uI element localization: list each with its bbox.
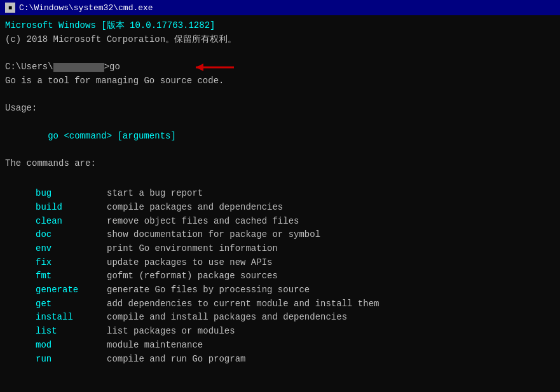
copyright-line: (c) 2018 Microsoft Corporation。保留所有权利。: [5, 33, 555, 47]
table-row: bugstart a bug report: [5, 187, 555, 201]
cmd-name: list: [5, 325, 107, 339]
cmd-name: clean: [5, 215, 107, 229]
commands-table: bugstart a bug reportbuildcompile packag…: [5, 187, 555, 366]
console-area: Microsoft Windows [版本 10.0.17763.1282] (…: [0, 15, 560, 392]
cmd-desc: show documentation for package or symbol: [107, 228, 320, 242]
cmd-name: run: [5, 353, 107, 367]
cmd-icon: ■: [5, 3, 15, 13]
cmd-desc: generate Go files by processing source: [107, 283, 310, 297]
go-description: Go is a tool for managing Go source code…: [5, 74, 555, 88]
table-row: listlist packages or modules: [5, 325, 555, 339]
table-row: getadd dependencies to current module an…: [5, 297, 555, 311]
cmd-desc: update packages to use new APIs: [107, 256, 272, 270]
table-row: modmodule maintenance: [5, 339, 555, 353]
cmd-desc: remove object files and cached files: [107, 215, 299, 229]
table-row: docshow documentation for package or sym…: [5, 228, 555, 242]
cmd-desc: list packages or modules: [107, 325, 235, 339]
cmd-name: build: [5, 201, 107, 215]
table-row: generategenerate Go files by processing …: [5, 283, 555, 297]
window-title: C:\Windows\system32\cmd.exe: [19, 3, 153, 13]
prompt-line: C:\Users\ >go: [5, 60, 555, 74]
table-row: envprint Go environment information: [5, 242, 555, 256]
table-row: runcompile and run Go program: [5, 353, 555, 367]
redacted-username: [53, 63, 104, 72]
cmd-desc: gofmt (reformat) package sources: [107, 269, 278, 283]
prompt-path: C:\Users\: [5, 60, 53, 74]
commands-header: The commands are:: [5, 157, 555, 171]
cmd-name: doc: [5, 228, 107, 242]
cmd-name: install: [5, 311, 107, 325]
windows-version-line: Microsoft Windows [版本 10.0.17763.1282]: [5, 19, 555, 33]
cmd-desc: compile packages and dependencies: [107, 201, 283, 215]
table-row: fixupdate packages to use new APIs: [5, 256, 555, 270]
cmd-name: mod: [5, 339, 107, 353]
usage-syntax: go <command> [arguments]: [5, 130, 555, 144]
cmd-name: env: [5, 242, 107, 256]
cmd-name: get: [5, 297, 107, 311]
cmd-desc: start a bug report: [107, 187, 203, 201]
cmd-name: fix: [5, 256, 107, 270]
table-row: fmtgofmt (reformat) package sources: [5, 269, 555, 283]
cmd-desc: print Go environment information: [107, 242, 278, 256]
cmd-name: bug: [5, 187, 107, 201]
table-row: installcompile and install packages and …: [5, 311, 555, 325]
svg-marker-1: [196, 64, 203, 71]
cmd-desc: compile and install packages and depende…: [107, 311, 347, 325]
title-bar: ■ C:\Windows\system32\cmd.exe: [0, 0, 560, 15]
cmd-desc: compile and run Go program: [107, 353, 245, 367]
cmd-name: fmt: [5, 269, 107, 283]
table-row: cleanremove object files and cached file…: [5, 215, 555, 229]
prompt-command: >go: [104, 60, 120, 74]
usage-label: Usage:: [5, 102, 555, 116]
cmd-desc: module maintenance: [107, 339, 203, 353]
cmd-name: generate: [5, 283, 107, 297]
table-row: buildcompile packages and dependencies: [5, 201, 555, 215]
cmd-desc: add dependencies to current module and i…: [107, 297, 379, 311]
arrow-indicator: [189, 58, 240, 76]
